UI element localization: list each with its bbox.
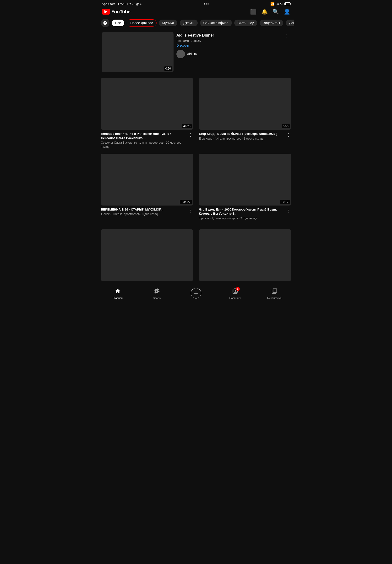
video-duration-3: 1:34:27 [180,200,192,204]
subscriptions-badge: 1 [236,287,240,291]
tab-music[interactable]: Музыка [159,20,178,26]
bottom-nav: Главная Shorts 1 Подписки Библиотека [98,285,294,305]
category-tabs: Все Новое для вас Музыка Джемы Сейчас в … [98,17,294,29]
video-info-2: Егор Крид - Была не была ( Премьера клип… [199,132,291,140]
cast-icon[interactable]: ⬛ [250,9,256,15]
video-title-3: БЕРЕМЕННА В 16 - СТАРЫЙ МУХОМОР.. [101,207,186,212]
video-item-2[interactable]: 5:56 Егор Крид - Была не была ( Премьера… [196,76,294,152]
notifications-icon[interactable]: 🔔 [261,9,268,15]
status-left: App Store 17:29 Пт 22 дек. [102,2,142,6]
video-duration-1: 46:23 [182,124,192,128]
video-thumbnail-4[interactable]: 10:17 [199,154,291,206]
ad-more-button[interactable]: ⋮ [283,32,290,40]
video-grid: 46:23 Половое воспитание в РФ: зачем оно… [98,74,294,225]
partial-thumbnail-1 [101,229,193,281]
video-title-4: Что Будет, Если 1000 Комаров Укусят Руки… [199,207,284,216]
status-right: 📶 34 % [270,2,290,6]
video-info-1: Половое воспитание в РФ: зачем оно нужно… [101,132,193,149]
ad-info: Aldi's Festive Dinner Реклама · AldiUK D… [176,32,290,72]
nav-shorts[interactable]: Shorts [137,287,176,300]
tab-games[interactable]: Джемы [180,20,197,26]
partial-item-1[interactable] [98,227,196,283]
video-meta-4: tophype · 1,4 млн просмотров · 2 года на… [199,217,284,220]
time: 17:29 [118,2,126,6]
logo[interactable]: YouTube [102,9,130,14]
logo-text: YouTube [111,9,130,14]
nav-library[interactable]: Библиотека [255,287,294,300]
video-info-4: Что Будет, Если 1000 Комаров Укусят Руки… [199,207,291,220]
nav-subscriptions[interactable]: 1 Подписки [216,287,255,300]
ad-label: Реклама · AldiUK [176,39,201,42]
more-dots [204,3,209,4]
header: YouTube ⬛ 🔔 🔍 👤 [98,7,294,17]
battery-icon [284,2,290,5]
ad-title: Aldi's Festive Dinner [176,33,290,38]
partial-item-2[interactable] [196,227,294,283]
video-more-2[interactable]: ⋮ [286,132,291,138]
video-thumbnail-2[interactable]: 5:56 [199,78,291,130]
header-icons: ⬛ 🔔 🔍 👤 [250,9,290,15]
video-duration-4: 10:17 [280,200,290,204]
video-more-3[interactable]: ⋮ [188,207,193,214]
tab-sketch[interactable]: Скетч-шоу [234,20,257,26]
tab-home[interactable]: Дома [286,20,294,26]
nav-add[interactable] [176,288,216,300]
carrier: App Store [102,2,116,6]
home-icon [114,288,121,296]
video-item-3[interactable]: 1:34:27 БЕРЕМЕННА В 16 - СТАРЫЙ МУХОМОР.… [98,152,196,223]
video-text-2: Егор Крид - Была не была ( Премьера клип… [199,132,284,140]
search-icon[interactable]: 🔍 [272,9,279,15]
video-duration-2: 5:56 [282,124,290,128]
video-title-2: Егор Крид - Была не была ( Премьера клип… [199,132,284,136]
nav-library-label: Библиотека [267,297,281,300]
shorts-icon [154,288,160,296]
video-item-4[interactable]: 10:17 Что Будет, Если 1000 Комаров Укуся… [196,152,294,223]
youtube-logo-icon [102,9,110,14]
tab-live[interactable]: Сейчас в эфире [200,20,232,26]
partial-thumbnail-2 [199,229,291,281]
library-icon [271,288,278,296]
account-icon[interactable]: 👤 [284,9,290,15]
ad-section[interactable]: 0:20 Aldi's Festive Dinner Реклама · Ald… [98,29,294,74]
partial-row [98,225,294,285]
tab-videogames[interactable]: Видеоигры [260,20,283,26]
video-meta-2: Егор Крид · 4,4 млн просмотров · 1 месяц… [199,137,284,141]
ad-channel[interactable]: AldiUK [176,50,290,58]
video-info-3: БЕРЕМЕННА В 16 - СТАРЫЙ МУХОМОР.. Женёк … [101,207,193,216]
ad-meta: Реклама · AldiUK [176,39,290,42]
channel-avatar [176,50,185,58]
video-meta-3: Женёк · 398 тыс. просмотров · 3 дня наза… [101,212,186,216]
video-thumbnail-3[interactable]: 1:34:27 [101,154,193,206]
video-meta-1: Сексолог Ольга Василенко · 1 млн просмот… [101,141,186,149]
nav-home-label: Главная [112,297,123,300]
video-more-4[interactable]: ⋮ [286,207,291,214]
video-text-1: Половое воспитание в РФ: зачем оно нужно… [101,132,186,149]
nav-subscriptions-label: Подписки [229,297,241,300]
video-item-1[interactable]: 46:23 Половое воспитание в РФ: зачем оно… [98,76,196,152]
video-text-3: БЕРЕМЕННА В 16 - СТАРЫЙ МУХОМОР.. Женёк … [101,207,186,216]
ad-thumbnail[interactable]: 0:20 [102,32,174,72]
tab-all[interactable]: Все [112,20,124,26]
video-text-4: Что Будет, Если 1000 Комаров Укусят Руки… [199,207,284,220]
explore-tab[interactable] [101,19,110,27]
wifi-icon: 📶 [270,2,274,6]
video-title-1: Половое воспитание в РФ: зачем оно нужно… [101,132,186,140]
add-button[interactable] [191,288,201,299]
video-more-1[interactable]: ⋮ [188,132,193,138]
nav-shorts-label: Shorts [153,297,161,300]
battery-text: 34 % [276,2,283,6]
ad-duration: 0:20 [164,67,172,71]
ad-discover[interactable]: Discover [176,43,290,47]
video-thumbnail-1[interactable]: 46:23 [101,78,193,130]
channel-name: AldiUK [187,52,197,56]
tab-new-for-you[interactable]: Новое для вас [127,19,156,27]
nav-home[interactable]: Главная [98,287,137,300]
date: Пт 22 дек. [127,2,142,6]
status-bar: App Store 17:29 Пт 22 дек. 📶 34 % [98,0,294,7]
subscriptions-icon: 1 [232,288,238,296]
